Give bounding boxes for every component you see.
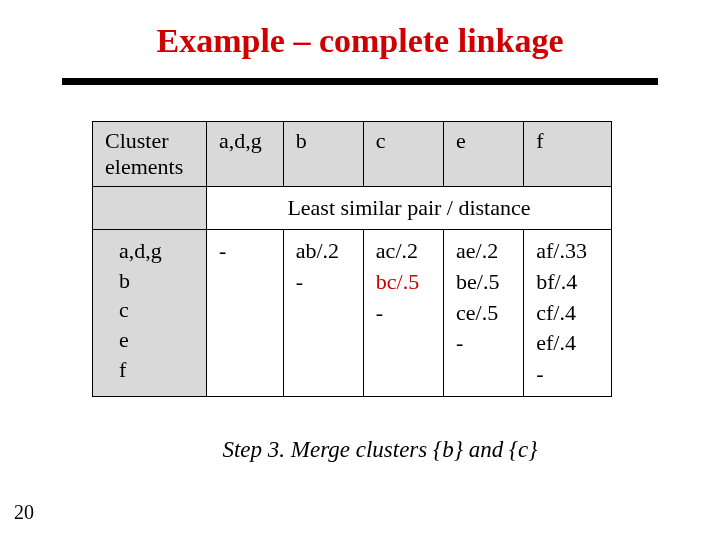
slide-title: Example – complete linkage (0, 0, 720, 60)
table-subhead: Least similar pair / distance (206, 187, 611, 230)
col-header-adg: a,d,g (206, 122, 283, 187)
table-header-row: Cluster elements a,d,g b c e f (93, 122, 612, 187)
col-header-c: c (363, 122, 443, 187)
col-header-b: b (283, 122, 363, 187)
linkage-table: Cluster elements a,d,g b c e f Least sim… (92, 121, 612, 397)
step-caption: Step 3. Merge clusters {b} and {c} (40, 437, 720, 463)
row-labels: a,d,gbcef (93, 230, 207, 397)
table-subhead-row: Least similar pair / distance (93, 187, 612, 230)
col-header-e: e (444, 122, 524, 187)
data-col-f: af/.33bf/.4cf/.4ef/.4- (524, 230, 612, 397)
data-col-b: ab/.2- (283, 230, 363, 397)
data-col-adg: - (206, 230, 283, 397)
linkage-table-wrap: Cluster elements a,d,g b c e f Least sim… (92, 121, 612, 397)
data-col-e: ae/.2be/.5ce/.5- (444, 230, 524, 397)
col-header-f: f (524, 122, 612, 187)
page-number: 20 (14, 501, 34, 524)
title-rule (62, 78, 658, 85)
subhead-blank (93, 187, 207, 230)
table-data-row: a,d,gbcef - ab/.2- ac/.2bc/.5- ae/.2be/.… (93, 230, 612, 397)
col-header-cluster: Cluster elements (93, 122, 207, 187)
data-col-c: ac/.2bc/.5- (363, 230, 443, 397)
